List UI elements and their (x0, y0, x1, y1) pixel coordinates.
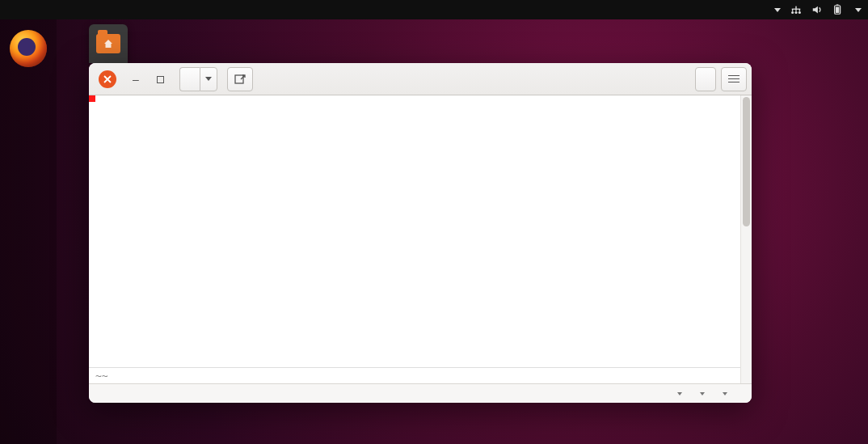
hamburger-icon (728, 75, 739, 83)
scrollbar-thumb[interactable] (743, 97, 750, 226)
maximize-icon (157, 76, 164, 83)
tab-width-selector[interactable] (697, 392, 705, 395)
chevron-down-icon (677, 392, 682, 395)
system-tray (773, 4, 862, 15)
chevron-down-icon (723, 392, 727, 395)
new-tab-button[interactable] (227, 67, 253, 91)
vertical-scrollbar[interactable] (740, 95, 752, 383)
chevron-down-icon (774, 8, 781, 12)
dock (0, 19, 57, 444)
volume-icon[interactable] (811, 4, 823, 15)
cursor-position[interactable] (719, 392, 727, 395)
text-content[interactable] (89, 95, 740, 383)
dock-item-firefox[interactable] (7, 27, 49, 70)
minimize-button[interactable]: – (126, 73, 145, 86)
svg-rect-8 (836, 4, 839, 5)
editor-bottom-rule: ~~ (89, 367, 740, 383)
statusbar (89, 383, 752, 403)
syntax-selector[interactable] (674, 392, 682, 395)
maximize-button[interactable] (150, 73, 170, 86)
firefox-icon (10, 30, 47, 67)
chevron-down-icon (205, 77, 212, 81)
hamburger-menu-button[interactable] (721, 67, 747, 91)
battery-icon[interactable] (832, 4, 844, 15)
svg-point-1 (794, 11, 797, 14)
chevron-down-icon[interactable] (855, 8, 862, 12)
open-recent-dropdown[interactable] (200, 67, 217, 91)
svg-rect-10 (235, 75, 243, 83)
svg-rect-6 (792, 9, 801, 10)
save-button[interactable] (695, 67, 716, 91)
close-icon (103, 75, 112, 83)
files-window-header[interactable] (89, 24, 128, 63)
headerbar: – (89, 63, 752, 95)
text-editor-window: – ~~ (89, 63, 752, 403)
input-method-indicator[interactable] (773, 4, 781, 15)
chevron-down-icon (700, 392, 705, 395)
svg-point-0 (791, 11, 794, 14)
svg-point-2 (798, 11, 801, 14)
network-icon[interactable] (790, 4, 802, 15)
editor-area: ~~ (89, 95, 752, 383)
top-panel (0, 0, 868, 19)
svg-rect-9 (836, 7, 839, 13)
home-folder-icon (96, 34, 120, 53)
close-button[interactable] (99, 70, 116, 88)
new-tab-icon (234, 74, 246, 85)
open-button[interactable] (179, 67, 200, 91)
